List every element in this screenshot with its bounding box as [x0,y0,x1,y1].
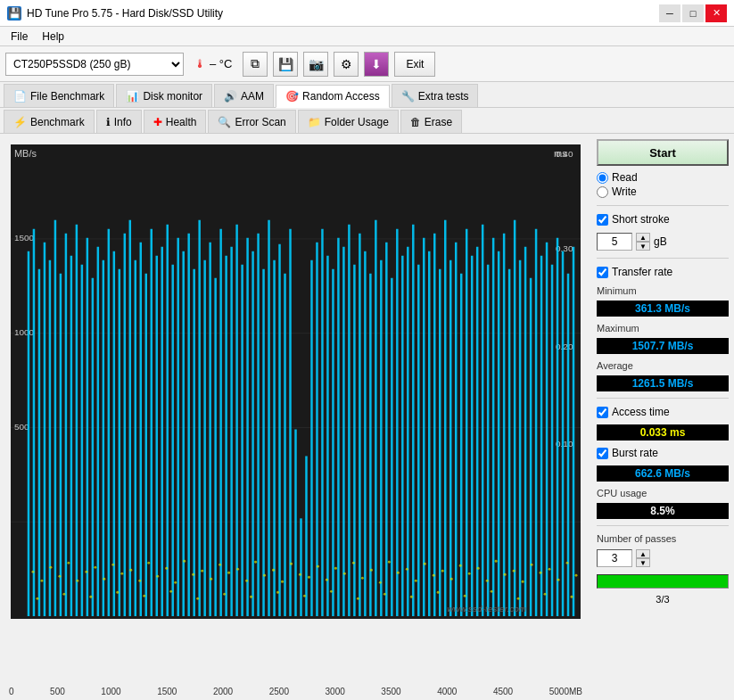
svg-point-118 [40,580,43,582]
svg-point-127 [120,572,123,575]
svg-point-184 [169,590,172,593]
maximum-label: Maximum [597,323,729,334]
window-controls: ─ □ ✕ [659,4,727,22]
svg-point-158 [397,572,400,574]
minimum-label: Minimum [597,285,729,296]
transfer-rate-checkbox[interactable] [597,267,608,278]
title-bar: 💾 HD Tune Pro 5.75 - Hard Disk/SSD Utili… [0,0,734,27]
menu-help[interactable]: Help [35,29,71,45]
svg-point-173 [531,564,533,566]
svg-point-134 [183,560,186,563]
tab-health[interactable]: ✚ Health [144,110,207,133]
write-radio-label[interactable]: Write [597,185,729,198]
burst-rate-label[interactable]: Burst rate [597,447,729,459]
short-stroke-down-btn[interactable]: ▼ [636,242,650,251]
tab-info[interactable]: ℹ Info [96,110,142,133]
svg-point-180 [62,593,65,596]
read-radio[interactable] [597,172,608,184]
settings-icon-btn[interactable]: ⚙ [334,52,359,77]
chart-area: MB/s 1500 1000 500 ms 0.40 0.30 0.20 0.1… [11,144,581,619]
average-value: 1261.5 MB/s [597,375,729,391]
short-stroke-checkbox[interactable] [597,214,608,226]
disk-monitor-icon: 📊 [126,90,139,103]
aam-icon: 🔊 [224,90,237,103]
tab-extra-tests[interactable]: 🔧 Extra tests [392,84,479,107]
average-label: Average [597,360,729,371]
tab-aam[interactable]: 🔊 AAM [214,84,274,107]
svg-point-142 [254,561,257,564]
svg-point-196 [491,590,493,593]
tab-random-access[interactable]: 🎯 Random Access [276,85,390,108]
svg-point-144 [272,569,275,572]
svg-point-187 [250,596,252,598]
info-icon: ℹ [106,116,111,128]
svg-point-155 [370,569,373,572]
svg-point-175 [548,568,551,571]
access-time-checkbox[interactable] [597,407,608,418]
read-write-group: Read Write [597,169,729,200]
svg-point-181 [89,596,92,598]
erase-icon: 🗑 [410,116,421,128]
passes-up-btn[interactable]: ▲ [636,549,650,558]
extra-tests-icon: 🔧 [401,90,415,103]
burst-rate-checkbox[interactable] [597,448,608,459]
svg-point-153 [352,562,355,564]
download-icon-btn[interactable]: ⬇ [364,52,389,77]
copy-icon-btn[interactable]: ⧉ [243,52,268,77]
svg-point-119 [49,566,52,569]
passes-spinner-btns: ▲ ▼ [636,549,650,567]
svg-text:1500: 1500 [14,233,35,243]
passes-down-btn[interactable]: ▼ [636,558,650,567]
camera-icon-btn[interactable]: 📷 [303,52,328,77]
svg-point-129 [138,580,141,582]
passes-input[interactable]: 3 [597,549,632,567]
svg-point-135 [192,573,194,576]
svg-point-121 [67,562,70,564]
maximum-value: 1507.7 MB/s [597,338,729,354]
maximize-button[interactable]: □ [682,4,704,22]
file-benchmark-icon: 📄 [13,90,27,103]
close-button[interactable]: ✕ [705,4,727,22]
svg-point-169 [495,560,498,563]
svg-point-186 [223,593,226,596]
svg-point-192 [383,593,386,596]
folder-usage-icon: 📁 [308,116,321,128]
menu-file[interactable]: File [4,29,35,45]
svg-point-194 [437,591,440,594]
cpu-usage-label: CPU usage [597,488,729,498]
minimize-button[interactable]: ─ [659,4,680,22]
error-scan-icon: 🔍 [218,116,231,128]
save-icon-btn[interactable]: 💾 [273,52,298,77]
svg-point-164 [450,578,453,581]
exit-button[interactable]: Exit [394,52,435,77]
svg-point-140 [236,568,239,571]
svg-point-147 [299,573,301,576]
tab-folder-usage[interactable]: 📁 Folder Usage [298,110,399,133]
transfer-rate-label[interactable]: Transfer rate [597,266,729,278]
short-stroke-input[interactable]: 5 [597,233,632,251]
chart-svg: MB/s 1500 1000 500 ms 0.40 0.30 0.20 0.1… [11,144,581,616]
access-time-label[interactable]: Access time [597,406,729,418]
read-radio-label[interactable]: Read [597,171,729,184]
tab-erase[interactable]: 🗑 Erase [400,110,462,133]
svg-point-150 [326,579,328,581]
svg-point-151 [334,567,337,570]
svg-point-193 [410,596,413,598]
disk-select[interactable]: CT250P5SSD8 (250 gB) [5,53,184,76]
short-stroke-up-btn[interactable]: ▲ [636,233,650,242]
write-radio[interactable] [597,186,608,198]
svg-point-174 [540,572,542,574]
tab-disk-monitor[interactable]: 📊 Disk monitor [116,84,212,107]
access-time-value: 0.033 ms [597,424,729,441]
svg-text:500: 500 [14,422,29,432]
tab-error-scan[interactable]: 🔍 Error Scan [208,110,295,133]
svg-point-133 [174,581,177,584]
tab-file-benchmark[interactable]: 📄 File Benchmark [4,84,114,107]
short-stroke-label[interactable]: Short stroke [597,213,729,226]
svg-point-125 [103,578,105,581]
tab-benchmark[interactable]: ⚡ Benchmark [4,110,95,133]
start-button[interactable]: Start [597,139,729,166]
title-bar-text: HD Tune Pro 5.75 - Hard Disk/SSD Utility [27,7,659,20]
svg-point-137 [210,578,212,581]
svg-point-160 [415,580,417,582]
